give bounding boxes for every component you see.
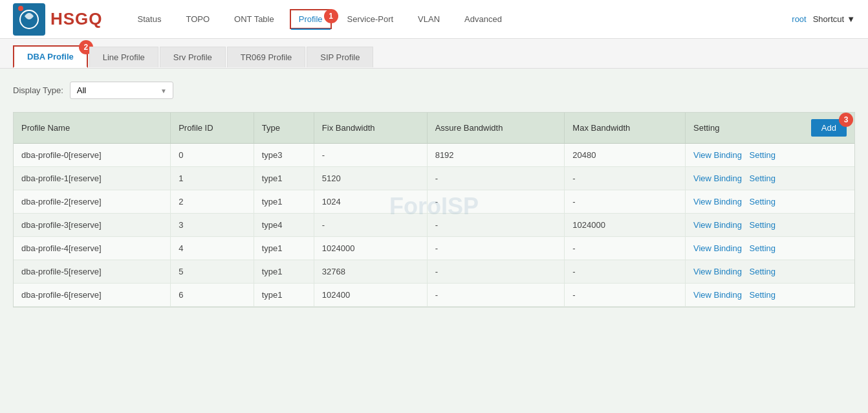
sub-tab-dba-profile-label: DBA Profile xyxy=(27,52,74,61)
cell-setting: View Binding Setting xyxy=(686,284,855,307)
content-area: Display Type: All type1 type2 type3 type… xyxy=(0,69,868,320)
th-assure-bandwidth: Assure Bandwidth xyxy=(427,113,565,144)
nav-item-vlan[interactable]: VLAN xyxy=(409,9,449,29)
cell-assure-bandwidth: - xyxy=(427,260,565,284)
cell-setting: View Binding Setting xyxy=(686,260,855,284)
shortcut-chevron-icon: ▼ xyxy=(847,14,855,24)
cell-profile-id: 0 xyxy=(171,144,254,167)
setting-link[interactable]: Setting xyxy=(750,243,776,253)
view-binding-link[interactable]: View Binding xyxy=(693,220,742,230)
cell-setting: View Binding Setting xyxy=(686,167,855,190)
table-wrapper: Profile Name Profile ID Type Fix Bandwid… xyxy=(13,112,855,307)
cell-max-bandwidth: - xyxy=(565,237,686,260)
view-binding-link[interactable]: View Binding xyxy=(693,290,742,300)
sub-tab-line-profile-label: Line Profile xyxy=(103,52,145,62)
main-nav: Status TOPO ONT Table Profile 1 Service-… xyxy=(129,9,792,29)
nav-item-topo[interactable]: TOPO xyxy=(177,9,219,29)
nav-badge-1: 1 xyxy=(324,9,338,23)
cell-max-bandwidth: - xyxy=(565,260,686,284)
view-binding-link[interactable]: View Binding xyxy=(693,267,742,276)
cell-assure-bandwidth: - xyxy=(427,237,565,260)
sub-tab-dba-profile[interactable]: DBA Profile 2 xyxy=(13,45,88,68)
cell-max-bandwidth: 1024000 xyxy=(565,214,686,237)
add-badge-3: 3 xyxy=(839,113,853,127)
nav-right: root Shortcut ▼ xyxy=(792,14,855,24)
cell-fix-bandwidth: - xyxy=(314,144,427,167)
cell-max-bandwidth: 20480 xyxy=(565,144,686,167)
display-type-row: Display Type: All type1 type2 type3 type… xyxy=(13,82,855,99)
nav-item-status[interactable]: Status xyxy=(129,9,171,29)
shortcut-label: Shortcut xyxy=(813,14,844,24)
cell-profile-id: 4 xyxy=(171,237,254,260)
th-fix-bandwidth: Fix Bandwidth xyxy=(314,113,427,144)
setting-link[interactable]: Setting xyxy=(750,220,776,230)
th-type: Type xyxy=(254,113,314,144)
cell-setting: View Binding Setting xyxy=(686,190,855,214)
th-max-bandwidth: Max Bandwidth xyxy=(565,113,686,144)
setting-link[interactable]: Setting xyxy=(750,197,776,206)
table-row: dba-profile-5[reserve] 5 type1 32768 - -… xyxy=(14,260,854,284)
cell-max-bandwidth: - xyxy=(565,167,686,190)
table-header-row: Profile Name Profile ID Type Fix Bandwid… xyxy=(14,113,854,144)
sub-tab-tr069-profile-label: TR069 Profile xyxy=(241,52,292,62)
sub-tab-srv-profile-label: Srv Profile xyxy=(173,52,212,62)
cell-assure-bandwidth: - xyxy=(427,167,565,190)
cell-profile-name: dba-profile-4[reserve] xyxy=(14,237,171,260)
sub-tab-line-profile[interactable]: Line Profile xyxy=(89,47,158,67)
sub-tab-sip-profile[interactable]: SIP Profile xyxy=(307,47,373,67)
cell-type: type3 xyxy=(254,144,314,167)
setting-link[interactable]: Setting xyxy=(750,150,776,160)
cell-fix-bandwidth: - xyxy=(314,214,427,237)
display-type-label: Display Type: xyxy=(13,85,63,95)
header: HSGQ Status TOPO ONT Table Profile 1 Ser… xyxy=(0,0,868,39)
sub-tab-tr069-profile[interactable]: TR069 Profile xyxy=(227,47,305,67)
view-binding-link[interactable]: View Binding xyxy=(693,243,742,253)
view-binding-link[interactable]: View Binding xyxy=(693,173,742,183)
cell-type: type1 xyxy=(254,167,314,190)
setting-link[interactable]: Setting xyxy=(750,267,776,276)
cell-type: type1 xyxy=(254,284,314,307)
cell-profile-id: 1 xyxy=(171,167,254,190)
cell-max-bandwidth: - xyxy=(565,284,686,307)
table-body: dba-profile-0[reserve] 0 type3 - 8192 20… xyxy=(14,144,854,307)
add-button[interactable]: Add 3 xyxy=(811,119,847,137)
cell-profile-name: dba-profile-1[reserve] xyxy=(14,167,171,190)
cell-type: type1 xyxy=(254,260,314,284)
table-row: dba-profile-6[reserve] 6 type1 102400 - … xyxy=(14,284,854,307)
nav-item-service-port[interactable]: Service-Port xyxy=(338,9,403,29)
view-binding-link[interactable]: View Binding xyxy=(693,197,742,206)
dba-profile-table: Profile Name Profile ID Type Fix Bandwid… xyxy=(14,113,854,307)
table-row: dba-profile-3[reserve] 3 type4 - - 10240… xyxy=(14,214,854,237)
cell-profile-name: dba-profile-2[reserve] xyxy=(14,190,171,214)
cell-profile-name: dba-profile-0[reserve] xyxy=(14,144,171,167)
cell-type: type4 xyxy=(254,214,314,237)
setting-link[interactable]: Setting xyxy=(750,173,776,183)
cell-fix-bandwidth: 1024000 xyxy=(314,237,427,260)
cell-max-bandwidth: - xyxy=(565,190,686,214)
table-row: dba-profile-2[reserve] 2 type1 1024 - - … xyxy=(14,190,854,214)
table-row: dba-profile-0[reserve] 0 type3 - 8192 20… xyxy=(14,144,854,167)
sub-tabs: DBA Profile 2 Line Profile Srv Profile T… xyxy=(0,39,868,69)
nav-shortcut[interactable]: Shortcut ▼ xyxy=(813,14,855,24)
setting-link[interactable]: Setting xyxy=(750,290,776,300)
th-profile-id: Profile ID xyxy=(171,113,254,144)
sub-tab-srv-profile[interactable]: Srv Profile xyxy=(160,47,226,67)
cell-setting: View Binding Setting xyxy=(686,144,855,167)
cell-profile-name: dba-profile-5[reserve] xyxy=(14,260,171,284)
cell-profile-id: 6 xyxy=(171,284,254,307)
logo-icon xyxy=(13,3,45,36)
nav-item-advanced[interactable]: Advanced xyxy=(455,9,511,29)
cell-fix-bandwidth: 102400 xyxy=(314,284,427,307)
svg-point-2 xyxy=(18,6,23,11)
cell-setting: View Binding Setting xyxy=(686,214,855,237)
display-type-select-wrapper: All type1 type2 type3 type4 xyxy=(70,82,173,99)
nav-item-ont-table[interactable]: ONT Table xyxy=(225,9,283,29)
display-type-select[interactable]: All type1 type2 type3 type4 xyxy=(70,82,173,99)
nav-item-profile-wrapper: Profile 1 xyxy=(290,14,332,24)
cell-fix-bandwidth: 1024 xyxy=(314,190,427,214)
cell-fix-bandwidth: 32768 xyxy=(314,260,427,284)
sub-tab-sip-profile-label: SIP Profile xyxy=(320,52,360,62)
cell-fix-bandwidth: 5120 xyxy=(314,167,427,190)
cell-profile-name: dba-profile-3[reserve] xyxy=(14,214,171,237)
view-binding-link[interactable]: View Binding xyxy=(693,150,742,160)
